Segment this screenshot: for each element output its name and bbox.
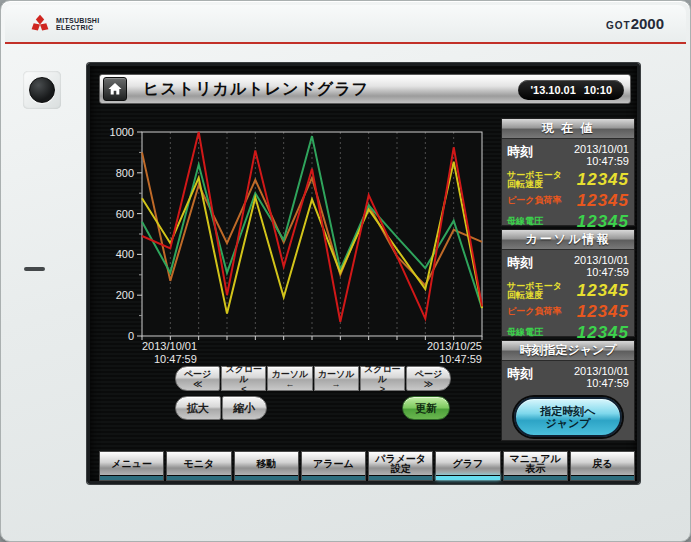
time-label: 時刻 bbox=[507, 143, 533, 167]
y-tick-label: 0 bbox=[128, 330, 134, 342]
scroll-forward-button[interactable]: スクロール> bbox=[360, 366, 405, 391]
clock-time: 10:10 bbox=[584, 84, 612, 96]
current-value-title: 現 在 値 bbox=[502, 119, 634, 139]
time-label: 時刻 bbox=[507, 254, 533, 278]
x-axis-end-label: 2013/10/25 10:47:59 bbox=[342, 340, 482, 366]
menu-item-parameter-settings[interactable]: パラメータ設定 bbox=[368, 451, 433, 481]
zoom-out-button[interactable]: 縮小 bbox=[222, 396, 268, 420]
model-label: GOT2000 bbox=[606, 15, 664, 33]
servo-speed-value: 12345 bbox=[577, 170, 629, 190]
cursor-right-button[interactable]: カーソル→ bbox=[314, 366, 359, 391]
cursor-info-panel: カーソル情報 時刻 2013/10/01 10:47:59 サーボモータ 回転速… bbox=[501, 229, 635, 337]
y-tick-label: 200 bbox=[116, 289, 134, 301]
top-bezel: MITSUBISHI ELECTRIC GOT2000 bbox=[5, 5, 686, 44]
y-tick-label: 600 bbox=[116, 208, 134, 220]
bus-voltage-value: 12345 bbox=[577, 323, 629, 343]
current-value-panel: 現 在 値 時刻 2013/10/01 10:47:59 サーボモータ 回転速度 bbox=[501, 118, 635, 226]
front-button-plate bbox=[23, 71, 61, 109]
mitsubishi-logo: MITSUBISHI ELECTRIC bbox=[29, 13, 99, 35]
touch-screen: ヒストリカルトレンドグラフ '13.10.01 10:10 0200400600… bbox=[87, 63, 640, 484]
servo-speed-row: サーボモータ 回転速度 12345 bbox=[507, 169, 629, 190]
menu-item-move[interactable]: 移動 bbox=[234, 451, 299, 481]
peak-load-value: 12345 bbox=[577, 191, 629, 211]
zoom-button-row: 拡大 縮小 bbox=[175, 396, 267, 420]
cursor-info-title: カーソル情報 bbox=[502, 230, 634, 250]
time-value: 2013/10/01 10:47:59 bbox=[574, 143, 629, 167]
time-value: 2013/10/01 10:47:59 bbox=[574, 365, 629, 389]
mitsubishi-diamonds-icon bbox=[29, 13, 51, 35]
zoom-in-button[interactable]: 拡大 bbox=[175, 396, 221, 420]
page-forward-button[interactable]: ページ≫ bbox=[406, 366, 451, 391]
update-button[interactable]: 更新 bbox=[402, 396, 450, 420]
system-clock: '13.10.01 10:10 bbox=[518, 80, 624, 100]
menu-item-monitor[interactable]: モニタ bbox=[166, 451, 231, 481]
y-tick-label: 400 bbox=[116, 248, 134, 260]
servo-speed-value: 12345 bbox=[577, 281, 629, 301]
cursor-left-button[interactable]: カーソル← bbox=[267, 366, 312, 391]
bottom-menu-bar: メニュー モニタ 移動 アラーム パラメータ設定 グラフ マニュアル表示 戻る bbox=[99, 451, 635, 481]
power-button[interactable] bbox=[29, 77, 55, 103]
brand-text: MITSUBISHI ELECTRIC bbox=[56, 17, 99, 31]
jump-to-time-button[interactable]: 指定時刻へ ジャンプ bbox=[514, 397, 622, 437]
servo-speed-row: サーボモータ 回転速度 12345 bbox=[507, 280, 629, 301]
menu-item-manual-display[interactable]: マニュアル表示 bbox=[503, 451, 568, 481]
menu-item-menu[interactable]: メニュー bbox=[99, 451, 164, 481]
menu-item-back[interactable]: 戻る bbox=[570, 451, 635, 481]
home-button[interactable] bbox=[103, 77, 127, 101]
menu-item-alarm[interactable]: アラーム bbox=[301, 451, 366, 481]
info-column: 現 在 値 時刻 2013/10/01 10:47:59 サーボモータ 回転速度 bbox=[501, 118, 635, 444]
page-back-button[interactable]: ページ≪ bbox=[175, 366, 220, 391]
time-jump-title: 時刻指定ジャンプ bbox=[502, 341, 634, 361]
menu-item-graph[interactable]: グラフ bbox=[435, 451, 500, 481]
time-jump-panel: 時刻指定ジャンプ 時刻 2013/10/01 10:47:59 指定時刻へ ジャ… bbox=[501, 340, 635, 441]
time-value: 2013/10/01 10:47:59 bbox=[574, 254, 629, 278]
peak-load-row: ピーク負荷率 12345 bbox=[507, 190, 629, 211]
peak-load-row: ピーク負荷率 12345 bbox=[507, 301, 629, 322]
clock-date: '13.10.01 bbox=[530, 84, 575, 96]
x-axis-start-label: 2013/10/01 10:47:59 bbox=[142, 340, 197, 366]
home-icon bbox=[107, 81, 123, 97]
trend-nav-row: ページ≪ スクロール< カーソル← カーソル→ スクロール> ページ≫ bbox=[175, 366, 451, 391]
peak-load-value: 12345 bbox=[577, 302, 629, 322]
got2000-terminal: MITSUBISHI ELECTRIC GOT2000 ヒストリカルトレンドグラ… bbox=[0, 0, 691, 542]
y-tick-label: 1000 bbox=[110, 126, 134, 138]
time-label: 時刻 bbox=[507, 365, 533, 389]
page-title: ヒストリカルトレンドグラフ bbox=[143, 79, 369, 100]
y-tick-label: 800 bbox=[116, 167, 134, 179]
screen-header: ヒストリカルトレンドグラフ '13.10.01 10:10 bbox=[99, 74, 631, 104]
scroll-back-button[interactable]: スクロール< bbox=[221, 366, 266, 391]
bus-voltage-value: 12345 bbox=[577, 212, 629, 232]
bezel-indicator bbox=[24, 267, 45, 271]
